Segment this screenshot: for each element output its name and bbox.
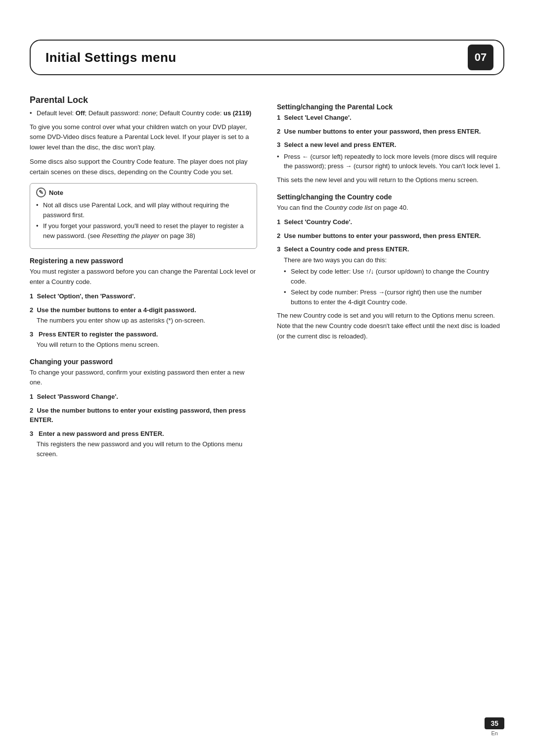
note-label: Note bbox=[49, 188, 63, 198]
registering-step-3: 3 Press ENTER to register the password. … bbox=[30, 330, 257, 350]
content-columns: Parental Lock Default level: Off; Defaul… bbox=[30, 95, 504, 463]
registering-step-3-text: Press ENTER to register the password. bbox=[39, 331, 158, 338]
setting-lock-title: Setting/changing the Parental Lock bbox=[277, 103, 504, 111]
intro-para-1: To give you some control over what your … bbox=[30, 122, 257, 153]
country-step-2-text: Use number buttons to enter your passwor… bbox=[284, 232, 481, 239]
registering-step-3-detail: You will return to the Options menu scre… bbox=[37, 340, 257, 350]
country-step-3-detail: There are two ways you can do this: bbox=[284, 255, 504, 265]
registering-step-2-detail: The numbers you enter show up as asteris… bbox=[37, 316, 257, 326]
setting-country-title: Setting/changing the Country code bbox=[277, 193, 504, 201]
intro-para-2: Some discs also support the Country Code… bbox=[30, 157, 257, 178]
page-number: 35 bbox=[485, 717, 504, 729]
page-footer: 35 En bbox=[485, 717, 504, 736]
changing-step-1-text: Select 'Password Change'. bbox=[37, 393, 118, 400]
setting-country-intro: You can find the Country code list on pa… bbox=[277, 203, 504, 213]
right-column: Setting/changing the Parental Lock 1 Sel… bbox=[277, 95, 504, 463]
registering-step-2: 2 Use the number buttons to enter a 4-di… bbox=[30, 305, 257, 326]
country-step-3-bullets: Select by code letter: Use ↑/↓ (cursor u… bbox=[284, 267, 504, 307]
defaults-list: Default level: Off; Default password: no… bbox=[30, 108, 257, 118]
lock-bullet-1: Press ← (cursor left) repeatedly to lock… bbox=[277, 152, 504, 171]
lock-step-1-text: Select 'Level Change'. bbox=[284, 114, 351, 121]
changing-title: Changing your password bbox=[30, 358, 257, 366]
page-locale: En bbox=[491, 730, 497, 736]
note-list: Not all discs use Parental Lock, and wil… bbox=[36, 200, 251, 240]
registering-intro: You must register a password before you … bbox=[30, 267, 257, 287]
changing-step-2-text: Use the number buttons to enter your exi… bbox=[30, 407, 246, 424]
note-header: ✎ Note bbox=[36, 188, 251, 197]
defaults-item: Default level: Off; Default password: no… bbox=[30, 108, 257, 118]
registering-step-1: 1 Select 'Option', then 'Password'. bbox=[30, 291, 257, 301]
country-step-3-text: Select a Country code and press ENTER. bbox=[284, 245, 409, 253]
country-step-1-text: Select 'Country Code'. bbox=[284, 218, 352, 226]
country-bullet-2: Select by code number: Press →(cursor ri… bbox=[284, 287, 504, 307]
changing-step-3-text: Enter a new password and press ENTER. bbox=[39, 430, 164, 437]
note-item-1: Not all discs use Parental Lock, and wil… bbox=[36, 200, 251, 220]
changing-step-3-detail: This registers the new password and you … bbox=[37, 439, 257, 459]
changing-step-2: 2 Use the number buttons to enter your e… bbox=[30, 406, 257, 425]
changing-intro: To change your password, confirm your ex… bbox=[30, 368, 257, 388]
country-step-1: 1 Select 'Country Code'. bbox=[277, 217, 504, 227]
country-bullet-1: Select by code letter: Use ↑/↓ (cursor u… bbox=[284, 267, 504, 286]
changing-step-3: 3 Enter a new password and press ENTER. … bbox=[30, 429, 257, 459]
registering-step-2-text: Use the number buttons to enter a 4-digi… bbox=[37, 306, 196, 314]
lock-step-3-text: Select a new level and press ENTER. bbox=[284, 141, 396, 148]
country-step-2: 2 Use number buttons to enter your passw… bbox=[277, 231, 504, 241]
note-icon: ✎ bbox=[36, 188, 46, 197]
lock-step-1: 1 Select 'Level Change'. bbox=[277, 113, 504, 123]
parental-lock-title: Parental Lock bbox=[30, 95, 257, 105]
chapter-badge: 07 bbox=[468, 45, 493, 70]
lock-step-3-bullets: Press ← (cursor left) repeatedly to lock… bbox=[277, 152, 504, 171]
page-title: Initial Settings menu bbox=[45, 50, 177, 65]
lock-step-3: 3 Select a new level and press ENTER. Pr… bbox=[277, 140, 504, 171]
left-column: Parental Lock Default level: Off; Defaul… bbox=[30, 95, 257, 463]
country-outro: The new Country code is set and you will… bbox=[277, 311, 504, 341]
lock-outro: This sets the new level and you will ret… bbox=[277, 175, 504, 186]
page-container: Initial Settings menu 07 Parental Lock D… bbox=[0, 0, 534, 756]
note-box: ✎ Note Not all discs use Parental Lock, … bbox=[30, 183, 257, 249]
changing-step-1: 1 Select 'Password Change'. bbox=[30, 392, 257, 402]
lock-step-2: 2 Use number buttons to enter your passw… bbox=[277, 127, 504, 137]
lock-step-2-text: Use number buttons to enter your passwor… bbox=[284, 128, 481, 135]
header-bar: Initial Settings menu 07 bbox=[30, 40, 504, 75]
note-item-2: If you forget your password, you'll need… bbox=[36, 221, 251, 240]
registering-title: Registering a new password bbox=[30, 257, 257, 265]
country-step-3: 3 Select a Country code and press ENTER.… bbox=[277, 244, 504, 307]
